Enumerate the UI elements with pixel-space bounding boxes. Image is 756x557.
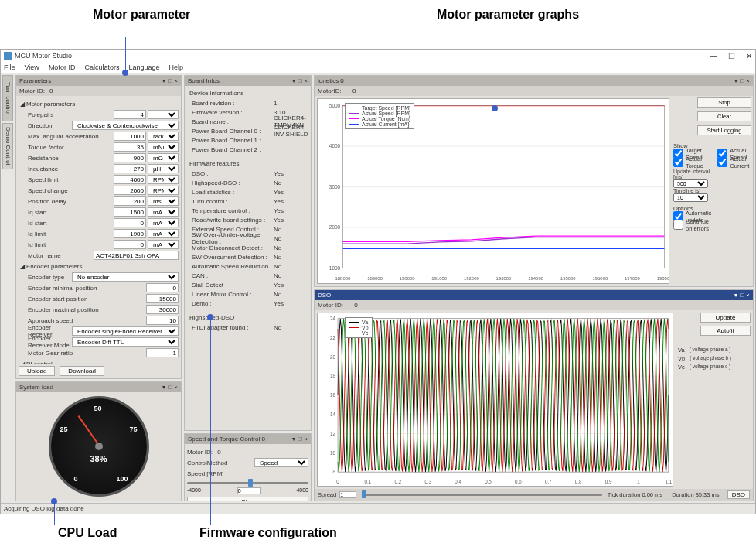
app-title: MCU Motor Studio xyxy=(15,52,72,60)
dso-update-button[interactable]: Update xyxy=(700,313,751,323)
param-input[interactable] xyxy=(146,316,179,325)
titlebar: MCU Motor Studio — ☐ ✕ xyxy=(1,50,755,62)
svg-text:8: 8 xyxy=(332,469,335,474)
ionetics-chart: 1000200030004000500018800018900019000019… xyxy=(317,98,669,284)
svg-text:198000: 198000 xyxy=(657,276,669,281)
param-row: Polepairs xyxy=(19,109,179,120)
param-row: Torque factormNm/A xyxy=(19,142,179,152)
svg-text:192000: 192000 xyxy=(464,276,480,281)
param-input[interactable] xyxy=(114,175,146,184)
svg-text:0: 0 xyxy=(336,478,339,484)
ionetics-start-logging-button[interactable]: Start Logging xyxy=(697,125,751,135)
unit-select[interactable]: RPM xyxy=(148,175,179,184)
param-input[interactable] xyxy=(114,153,146,162)
param-input[interactable] xyxy=(146,283,179,292)
menu-language[interactable]: Language xyxy=(128,63,159,71)
annotation-cpu-load: CPU Load xyxy=(58,526,117,540)
spread-slider[interactable] xyxy=(362,494,601,496)
svg-text:2000: 2000 xyxy=(329,224,341,230)
param-input[interactable] xyxy=(146,348,179,357)
app-window: MCU Motor Studio — ☐ ✕ File View Motor I… xyxy=(0,49,756,514)
param-input[interactable] xyxy=(114,132,146,141)
unit-select[interactable]: µH xyxy=(148,164,179,173)
unit-select[interactable]: rad/s xyxy=(148,132,179,141)
svg-text:20: 20 xyxy=(330,354,335,359)
dso-legend: VaVbVc xyxy=(345,317,373,338)
param-row: Speed limitRPM xyxy=(19,174,179,185)
param-input[interactable] xyxy=(114,186,146,195)
svg-text:195000: 195000 xyxy=(560,276,577,281)
param-select[interactable]: Encoder singleEnded Receiver xyxy=(72,326,179,336)
svg-text:3000: 3000 xyxy=(329,184,341,190)
menu-help[interactable]: Help xyxy=(169,63,183,71)
param-input[interactable] xyxy=(114,196,146,206)
svg-text:0.4: 0.4 xyxy=(455,478,461,484)
param-input[interactable] xyxy=(114,142,146,152)
param-select[interactable]: No encoder xyxy=(72,272,179,282)
unit-select[interactable]: mA xyxy=(148,240,179,249)
param-input[interactable] xyxy=(114,207,146,217)
minimize-button[interactable]: — xyxy=(710,52,717,60)
menu-view[interactable]: View xyxy=(25,63,39,71)
dso-mode-button[interactable]: DSO xyxy=(727,490,750,499)
menubar: File View Motor ID Calculators Language … xyxy=(1,62,755,73)
upload-button[interactable]: Upload xyxy=(19,366,55,376)
panel-board-infos: Board Infos▾□× Device informationsBoard … xyxy=(184,75,312,431)
svg-text:22: 22 xyxy=(330,335,335,340)
close-button[interactable]: ✕ xyxy=(746,52,752,60)
speed-value-input[interactable] xyxy=(237,487,261,494)
unit-select[interactable] xyxy=(148,110,179,119)
svg-text:16: 16 xyxy=(330,392,335,398)
ionetics-stop-button[interactable]: Stop xyxy=(697,97,751,108)
svg-text:0.7: 0.7 xyxy=(545,478,552,484)
download-button[interactable]: Download xyxy=(60,366,104,376)
annotation-motor-parameter: Motor parameter xyxy=(93,8,190,22)
side-tab-turn-control[interactable]: Turn control xyxy=(2,75,13,121)
side-tab-demo-control[interactable]: Demo Control xyxy=(2,123,13,169)
param-input[interactable] xyxy=(114,218,146,227)
panel-system-load: System load▾□× 0 25 50 75 100 38% xyxy=(15,381,182,501)
param-select[interactable]: Clockwise & Conterclockwise xyxy=(72,121,179,130)
unit-select[interactable]: RPM xyxy=(148,186,179,195)
param-input[interactable] xyxy=(114,229,146,238)
unit-select[interactable]: mNm/A xyxy=(148,142,179,152)
unit-select[interactable]: mΩ xyxy=(148,153,179,162)
param-input[interactable] xyxy=(114,240,146,249)
unit-select[interactable]: ms xyxy=(148,196,179,206)
param-input[interactable] xyxy=(146,294,179,303)
gauge-percent: 38% xyxy=(90,454,107,463)
spread-input[interactable] xyxy=(339,491,356,498)
dso-autofit-button[interactable]: Autofit xyxy=(700,326,751,336)
param-input[interactable] xyxy=(114,164,146,173)
speed-slider[interactable] xyxy=(187,482,308,484)
param-select[interactable]: Encoder Diff TTL xyxy=(72,337,179,347)
param-row: DirectionClockwise & Conterclockwise xyxy=(19,120,179,131)
svg-text:1.1: 1.1 xyxy=(665,478,672,484)
control-method-select[interactable]: Speed xyxy=(254,458,308,467)
unit-select[interactable]: mA xyxy=(148,229,179,238)
svg-text:5000: 5000 xyxy=(329,103,341,108)
svg-text:10: 10 xyxy=(330,449,335,455)
svg-text:14: 14 xyxy=(330,412,335,417)
param-input[interactable] xyxy=(146,305,179,314)
menu-calculators[interactable]: Calculators xyxy=(84,63,119,71)
menu-file[interactable]: File xyxy=(4,63,15,71)
ionetics-clear-button[interactable]: Clear xyxy=(697,111,751,121)
unit-select[interactable]: mA xyxy=(148,218,179,227)
svg-text:191000: 191000 xyxy=(431,276,448,281)
maximize-button[interactable]: ☐ xyxy=(728,52,735,60)
unit-select[interactable]: mA xyxy=(148,207,179,217)
param-row: ResistancemΩ xyxy=(19,152,179,163)
speed-stop-button[interactable]: Stop xyxy=(187,497,308,501)
svg-text:0.8: 0.8 xyxy=(575,478,582,484)
app-icon xyxy=(4,52,12,60)
param-row: Max. angular accelerationrad/s xyxy=(19,131,179,142)
param-input[interactable] xyxy=(114,110,146,119)
svg-text:193000: 193000 xyxy=(496,276,513,281)
param-row: Position delayms xyxy=(19,196,179,207)
svg-text:196000: 196000 xyxy=(592,276,608,281)
param-row: Id limitmA xyxy=(19,239,179,250)
param-input[interactable] xyxy=(94,251,179,260)
cpu-load-gauge: 0 25 50 75 100 38% xyxy=(49,396,149,497)
menu-motor-id[interactable]: Motor ID xyxy=(49,63,76,71)
